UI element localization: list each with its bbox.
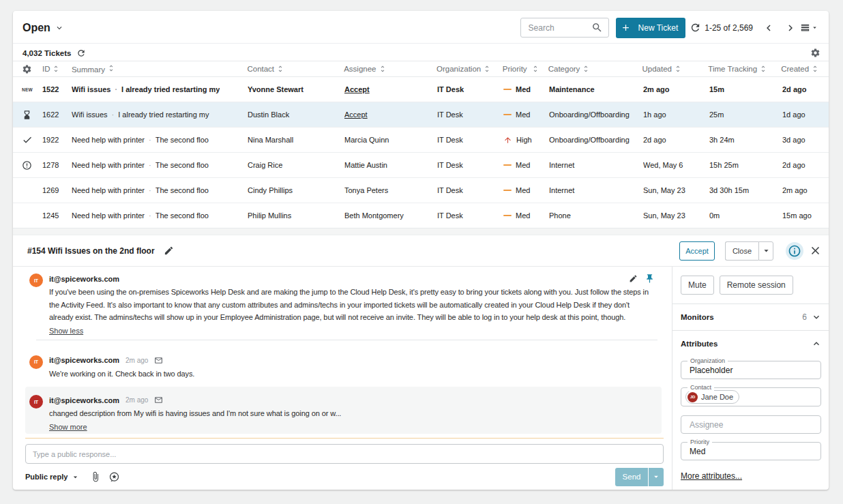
ticket-row[interactable]: NEW 1522 Wifi issues · I already tried r… xyxy=(13,77,829,102)
sort-icon xyxy=(107,64,115,72)
send-split-button: Send xyxy=(615,468,664,486)
summary-preview: The second floo xyxy=(156,161,209,169)
accept-ticket-link[interactable]: Accept xyxy=(344,110,368,119)
plus-icon xyxy=(621,23,631,33)
message-content: it@spiceworks.com 2m ago We're working o… xyxy=(49,355,664,381)
chevron-up-icon xyxy=(811,338,822,349)
ticket-priority: Med xyxy=(503,161,549,169)
column-header-time[interactable]: Time Tracking xyxy=(708,65,781,73)
ticket-state-cell xyxy=(22,160,42,171)
ticket-row[interactable]: 1278 Need help with printer · The second… xyxy=(13,153,829,178)
ticket-organization: IT Desk xyxy=(437,186,503,194)
ticket-filter-label: Open xyxy=(23,22,50,34)
ticket-created: 2d ago xyxy=(782,85,829,93)
refresh-count-icon[interactable] xyxy=(76,48,86,58)
message-system-wrap: IT it@spiceworks.com 2m ago changed desc… xyxy=(25,387,662,434)
response-input[interactable] xyxy=(33,450,656,458)
show-less-link[interactable]: Show less xyxy=(49,326,83,336)
ticket-created: 2d ago xyxy=(782,161,829,169)
close-options-dropdown[interactable] xyxy=(758,241,773,261)
list-density-icon xyxy=(799,22,811,33)
ticket-organization: IT Desk xyxy=(437,110,503,119)
edit-message-icon[interactable] xyxy=(629,274,638,283)
ticket-assignee: Marcia Quinn xyxy=(344,136,437,144)
list-toolbar: Open New Ticket 1-25 of 2,569 xyxy=(13,11,829,44)
close-split-button: Close xyxy=(725,241,773,261)
close-detail-icon[interactable] xyxy=(809,244,822,257)
contact-chip[interactable]: JD Jane Doe xyxy=(685,390,739,404)
next-page-icon[interactable] xyxy=(784,22,797,34)
summary-preview: The second floo xyxy=(156,211,209,220)
priority-field[interactable]: Priority Med xyxy=(681,442,821,460)
sort-icon xyxy=(759,65,767,73)
ticket-updated: 2d ago xyxy=(643,136,709,144)
accept-ticket-link[interactable]: Accept xyxy=(344,85,370,93)
message-body-line: the Activity Feed. It's also important t… xyxy=(49,299,664,312)
column-header-org[interactable]: Organization xyxy=(437,65,503,73)
column-header-cat[interactable]: Category xyxy=(548,65,642,73)
ticket-detail-pane: #154 Wifi Issues on the 2nd floor Accept… xyxy=(13,235,829,490)
attach-file-icon[interactable] xyxy=(90,471,101,482)
pin-message-icon[interactable] xyxy=(645,273,655,284)
attributes-section-header[interactable]: Attributes xyxy=(681,331,822,357)
ticket-time-tracking: 3d 30h 15m xyxy=(709,186,782,194)
more-attributes-link[interactable]: More attributes... xyxy=(681,471,742,481)
chip-label: Jane Doe xyxy=(701,393,733,401)
prev-page-icon[interactable] xyxy=(763,22,775,34)
mute-button[interactable]: Mute xyxy=(681,276,714,295)
ticket-time-tracking: 25m xyxy=(709,110,782,119)
column-header-id[interactable]: ID xyxy=(42,65,72,73)
ticket-summary: Need help with printer · The second floo xyxy=(72,136,248,144)
section-header-controls xyxy=(811,338,822,349)
contact-field[interactable]: Contact JD Jane Doe xyxy=(681,387,821,406)
monitors-section-header[interactable]: Monitors 6 xyxy=(681,304,822,330)
message-time: 2m ago xyxy=(125,357,148,364)
organization-field-label: Organization xyxy=(687,357,728,365)
canned-response-icon[interactable] xyxy=(108,471,120,483)
ticket-category: Internet xyxy=(549,161,643,169)
ticket-category: Maintenance xyxy=(549,85,643,93)
column-header-summary[interactable]: Summary xyxy=(72,64,248,74)
organization-field[interactable]: Organization Placeholder xyxy=(681,361,821,379)
column-header-assignee[interactable]: Assignee xyxy=(344,65,437,73)
reply-type-dropdown[interactable]: Public reply xyxy=(25,473,80,481)
column-header-upd[interactable]: Updated xyxy=(642,65,708,73)
ticket-filter-dropdown[interactable]: Open xyxy=(23,22,64,34)
priority-med-icon xyxy=(503,215,512,217)
column-settings-icon[interactable] xyxy=(22,64,42,74)
sort-icon xyxy=(531,65,539,73)
message-divider xyxy=(36,340,657,340)
column-header-created[interactable]: Created xyxy=(781,65,829,73)
ticket-summary: Wifi issues · I already tried restarting… xyxy=(72,110,248,119)
send-button[interactable]: Send xyxy=(615,468,648,486)
column-header-contact[interactable]: Contact xyxy=(247,65,344,73)
message-header: it@spiceworks.com 2m ago xyxy=(49,395,655,405)
ticket-row[interactable]: 1245 Need help with printer · The second… xyxy=(13,203,829,228)
new-ticket-button[interactable]: New Ticket xyxy=(616,18,686,38)
search-icon[interactable] xyxy=(591,22,603,33)
remote-session-button[interactable]: Remote session xyxy=(720,276,793,295)
summary-title: Need help with printer xyxy=(72,211,145,220)
unread-separator xyxy=(25,438,664,439)
refresh-list-icon[interactable] xyxy=(690,22,701,33)
attributes-label: Attributes xyxy=(681,340,718,348)
monitors-label: Monitors xyxy=(681,313,714,321)
message-sender: it@spiceworks.com xyxy=(49,396,119,404)
column-header-pri[interactable]: Priority xyxy=(503,65,548,73)
ticket-row[interactable]: 1622 Wifi issues · I already tried resta… xyxy=(13,102,829,128)
assignee-field[interactable]: Assignee xyxy=(681,415,821,434)
send-options-dropdown[interactable] xyxy=(648,468,664,486)
accept-ticket-button[interactable]: Accept xyxy=(679,241,715,261)
close-ticket-button[interactable]: Close xyxy=(725,241,758,261)
ticket-count-bar: 4,032 Tickets xyxy=(13,44,829,61)
ticket-info-icon[interactable] xyxy=(786,242,803,260)
alert-state-icon xyxy=(22,160,32,171)
ticket-row[interactable]: 1922 Need help with printer · The second… xyxy=(13,128,829,153)
ticket-created: 15m ago xyxy=(782,211,829,220)
show-more-link[interactable]: Show more xyxy=(49,422,87,432)
table-settings-icon[interactable] xyxy=(810,48,820,58)
search-input[interactable] xyxy=(529,23,591,33)
ticket-row[interactable]: 1269 Need help with printer · The second… xyxy=(13,178,829,203)
list-density-dropdown[interactable] xyxy=(799,22,818,33)
edit-title-icon[interactable] xyxy=(164,246,174,256)
